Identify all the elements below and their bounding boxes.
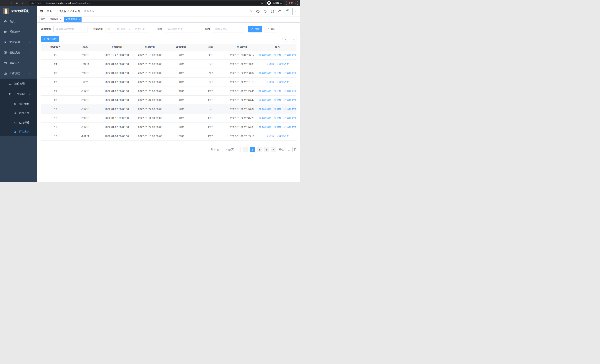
reload-button[interactable] (14, 0, 20, 6)
header-search-icon[interactable] (249, 10, 252, 13)
home-button[interactable] (21, 0, 26, 6)
sidebar-item-4[interactable]: 研发工具 (0, 58, 37, 68)
progress-action-link[interactable]: 审批进度 (284, 71, 296, 75)
goto-page-input[interactable] (285, 147, 293, 152)
progress-action-link[interactable]: 审批进度 (276, 80, 289, 84)
sidebar-collapse-button[interactable] (39, 9, 44, 14)
detail-action-link[interactable]: 详情 (274, 107, 281, 111)
progress-action-link[interactable]: 审批进度 (284, 89, 296, 93)
progress-action-link[interactable]: 审批进度 (276, 63, 289, 66)
cancel-action-link[interactable]: 取消请假 (259, 71, 272, 75)
page-button-1[interactable]: 1 (250, 147, 255, 152)
sidebar-item-10[interactable]: 已办任务 (0, 118, 37, 127)
sidebar-item-7[interactable]: 任务管理 (0, 89, 37, 99)
sidebar-logo[interactable]: 芋道管理系统 (0, 6, 37, 16)
breadcrumb-item-1[interactable]: 工作流程 (56, 10, 66, 13)
browser-menu-icon[interactable] (294, 1, 297, 5)
view-icon (274, 108, 276, 110)
cell-status: 处理中 (70, 105, 100, 114)
tab-0[interactable]: 首页 (39, 17, 47, 22)
sidebar-item-8[interactable]: 我的流程 (0, 99, 37, 109)
progress-action-link[interactable]: 审批进度 (284, 98, 296, 102)
sidebar-item-9[interactable]: 待办任务 (0, 109, 37, 118)
cell-reason: EEE (196, 96, 226, 105)
sidebar-item-6[interactable]: 流程管理 (0, 79, 37, 89)
detail-action-link[interactable]: 详情 (266, 80, 274, 84)
toolbox-icon (4, 61, 7, 65)
search-button[interactable]: 搜索 (248, 26, 262, 32)
sidebar-item-11[interactable]: 请假查询 (0, 127, 37, 136)
tab-label: 流程详情 (50, 18, 58, 21)
action-label: 审批进度 (287, 89, 296, 93)
leave-type-select[interactable]: 请选择请假类型 (53, 26, 87, 32)
detail-action-link[interactable]: 详情 (274, 125, 281, 129)
address-bar[interactable]: 不安全 dashboard.yudao.iocoder.cn/bpm/oa/le… (29, 1, 265, 5)
help-icon[interactable] (263, 10, 267, 13)
browser-update-button[interactable]: 更新 (286, 1, 298, 5)
page-button-2[interactable]: 2 (257, 147, 262, 152)
detail-action-link[interactable]: 详情 (266, 134, 274, 138)
gear-icon (4, 30, 7, 34)
sidebar-item-1[interactable]: 系统管理 (0, 27, 37, 37)
sidebar-item-2[interactable]: ¥支付管理 (0, 37, 37, 47)
hamburger-icon (39, 10, 44, 13)
svg-text:¥: ¥ (4, 41, 6, 44)
sidebar: 芋道管理系统 首页系统管理¥支付管理基础设施研发工具工作流程流程管理任务管理我的… (0, 6, 37, 182)
reset-button[interactable]: 重置 (264, 26, 278, 32)
progress-action-link[interactable]: 审批进度 (284, 125, 296, 129)
action-label: 审批进度 (287, 107, 296, 111)
sidebar-item-0[interactable]: 首页 (0, 16, 37, 27)
close-tab-icon[interactable]: × (60, 18, 61, 21)
forward-button[interactable] (8, 0, 13, 6)
detail-action-link[interactable]: 详情 (266, 63, 274, 66)
detail-action-link[interactable]: 详情 (274, 89, 281, 93)
sidebar-item-5[interactable]: 工作流程 (0, 68, 37, 79)
detail-action-link[interactable]: 详情 (274, 53, 281, 57)
cell-end_time: 2022-01-04 00:00:00 (133, 96, 167, 105)
progress-action-link[interactable]: 审批进度 (284, 116, 296, 120)
page-button-3[interactable]: 3 (264, 147, 269, 152)
user-menu[interactable] (285, 8, 296, 15)
breadcrumb-item-0[interactable]: 首页 (47, 10, 52, 13)
avatar[interactable] (285, 8, 293, 15)
close-tab-icon[interactable]: × (79, 18, 80, 21)
back-button[interactable] (2, 0, 7, 6)
prev-page-button[interactable] (243, 147, 248, 152)
toggle-search-button[interactable] (282, 36, 288, 42)
page-size-select[interactable]: 10条/页 (222, 147, 241, 152)
create-leave-button[interactable]: 发起请假 (41, 36, 59, 42)
reason-input[interactable] (212, 26, 244, 32)
bookmark-star-icon[interactable] (261, 1, 263, 5)
sidebar-item-3[interactable]: 基础设施 (0, 47, 37, 58)
cancel-action-link[interactable]: 取消请假 (259, 116, 272, 120)
apply-time-range-picker[interactable]: 开始日期 - 结束日期 (105, 26, 150, 32)
fullscreen-icon[interactable] (271, 10, 274, 13)
detail-action-link[interactable]: 详情 (274, 98, 281, 102)
cancel-action-link[interactable]: 取消请假 (259, 53, 272, 57)
refresh-table-button[interactable] (291, 36, 297, 42)
font-size-icon[interactable]: TT (278, 10, 281, 13)
result-select[interactable]: 请选择流结果 (165, 26, 200, 32)
column-header: 结束时间 (133, 44, 167, 51)
github-icon[interactable] (256, 10, 260, 13)
sidebar-item-label: 待办任务 (19, 112, 29, 115)
tab-2[interactable]: 请假查询× (64, 17, 82, 22)
progress-action-link[interactable]: 审批进度 (284, 107, 296, 111)
tab-1[interactable]: 流程详情× (48, 17, 63, 22)
cell-leave_type: 事假 (167, 60, 196, 69)
next-page-button[interactable] (271, 147, 276, 152)
table-row: 21处理中2022-01-22 00:00:002022-01-23 00:00… (41, 86, 297, 96)
cell-reason: EEE (196, 131, 226, 141)
detail-action-link[interactable]: 详情 (274, 71, 281, 75)
column-header: 操作 (259, 44, 297, 51)
breadcrumb-item-2[interactable]: OA 示例 (70, 10, 80, 13)
cancel-action-link[interactable]: 取消请假 (259, 125, 272, 129)
forward-icon (9, 1, 12, 4)
detail-action-link[interactable]: 详情 (274, 116, 281, 120)
progress-action-link[interactable]: 审批进度 (276, 134, 289, 138)
refresh-icon (267, 28, 270, 31)
cancel-action-link[interactable]: 取消请假 (259, 89, 272, 93)
cancel-action-link[interactable]: 取消请假 (259, 98, 272, 102)
cancel-action-link[interactable]: 取消请假 (259, 107, 272, 111)
progress-action-link[interactable]: 审批进度 (284, 53, 296, 57)
